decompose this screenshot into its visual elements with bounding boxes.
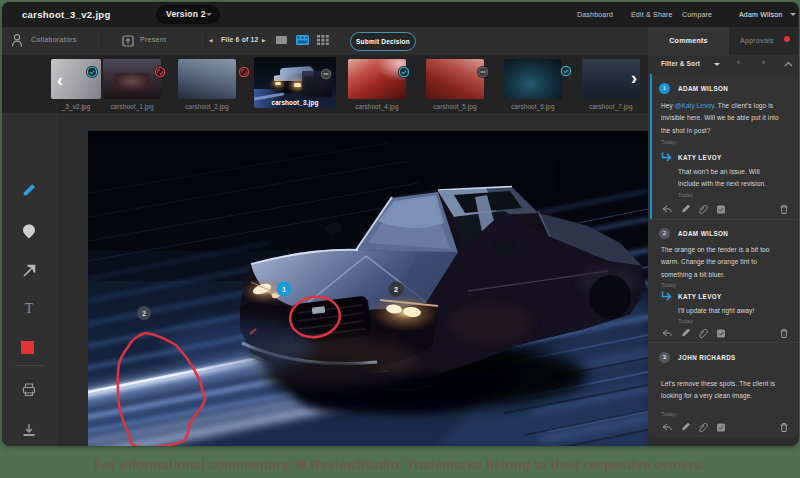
svg-text:2: 2	[394, 286, 398, 293]
svg-text:T: T	[25, 301, 34, 316]
svg-text:2: 2	[142, 310, 146, 317]
svg-text:1: 1	[282, 286, 286, 293]
